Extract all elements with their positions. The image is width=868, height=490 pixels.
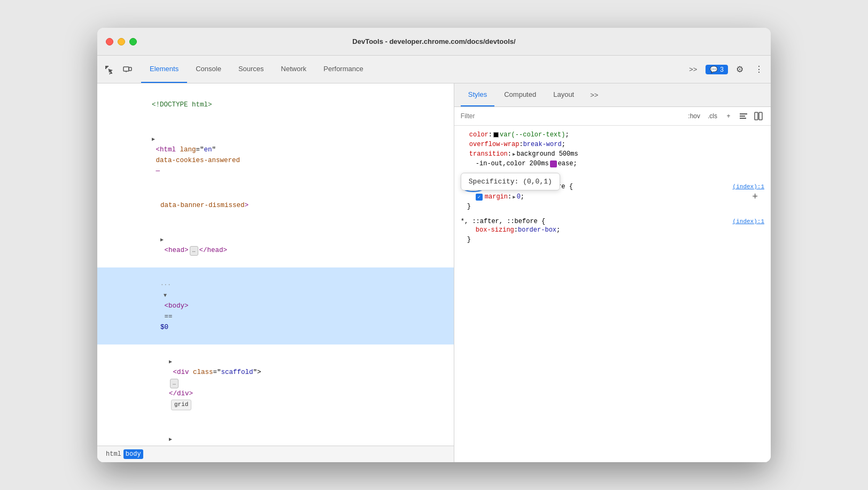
- dom-html-attr[interactable]: data-banner-dismissed>: [97, 188, 454, 223]
- color-swatch[interactable]: [493, 132, 499, 137]
- toolbar-icons: [102, 62, 135, 77]
- specificity-tooltip: Specificity: (0,0,1): [461, 173, 560, 190]
- inspect-element-icon[interactable]: [102, 62, 117, 77]
- titlebar: DevTools - developer.chrome.com/docs/dev…: [97, 28, 771, 56]
- breadcrumb: html body: [97, 446, 454, 462]
- expand-margin-icon[interactable]: ▶: [513, 194, 515, 200]
- filter-buttons: :hov .cls +: [686, 110, 764, 122]
- dom-body[interactable]: ··· ▼ <body> == $0: [97, 267, 454, 344]
- expand-icon[interactable]: ▶: [513, 151, 515, 157]
- tab-computed[interactable]: Computed: [497, 83, 544, 106]
- svg-rect-1: [106, 66, 107, 67]
- svg-point-8: [126, 71, 127, 72]
- tab-network[interactable]: Network: [273, 56, 315, 83]
- svg-rect-2: [105, 67, 106, 68]
- universal-rule-source[interactable]: (index):1: [733, 218, 764, 225]
- svg-rect-12: [755, 112, 758, 120]
- device-toolbar-icon[interactable]: [120, 62, 135, 77]
- svg-rect-11: [740, 118, 746, 119]
- breadcrumb-body[interactable]: body: [123, 449, 143, 459]
- svg-rect-3: [107, 66, 108, 67]
- svg-rect-0: [105, 66, 106, 67]
- dom-head[interactable]: ▶ <head>…</head>: [97, 223, 454, 267]
- triangle-icon: ▶: [152, 136, 155, 142]
- ellipsis-icon: ⋮: [755, 64, 763, 74]
- gear-icon: ⚙: [736, 64, 743, 74]
- tab-performance[interactable]: Performance: [315, 56, 371, 83]
- close-button[interactable]: [106, 38, 113, 45]
- dom-div-scaffold[interactable]: ▶ <div class="scaffold"> … </div> grid: [97, 344, 454, 422]
- universal-rule-close: }: [461, 235, 764, 244]
- add-style-rule-button[interactable]: +: [723, 110, 734, 122]
- css-rule-color: color : var(--color-text) ;: [454, 130, 771, 140]
- box-sizing-rule: box-sizing : border-box ;: [461, 225, 764, 235]
- dom-tree: <!DOCTYPE html> ▶ <html lang="en" data-c…: [97, 83, 454, 446]
- traffic-lights: [106, 38, 137, 45]
- main-tabs: Elements Console Sources Network Perform…: [141, 56, 372, 83]
- transition-ease-icon[interactable]: [550, 160, 557, 167]
- svg-rect-10: [740, 116, 745, 117]
- maximize-button[interactable]: [129, 38, 137, 45]
- toolbar-right: >> 💬 3 ⚙ ⋮: [685, 62, 766, 77]
- styles-panel: Styles Computed Layout >> :hov .cls: [454, 83, 771, 462]
- hov-button[interactable]: :hov: [686, 111, 702, 121]
- minimize-button[interactable]: [118, 38, 125, 45]
- css-rule-transition: transition : ▶ background 500ms: [454, 149, 771, 159]
- svg-rect-6: [123, 67, 129, 71]
- breadcrumb-html[interactable]: html: [104, 449, 123, 459]
- more-tabs-button[interactable]: >>: [685, 63, 701, 75]
- main-toolbar: Elements Console Sources Network Perform…: [97, 56, 771, 83]
- elements-panel: <!DOCTYPE html> ▶ <html lang="en" data-c…: [97, 83, 454, 462]
- body-rule-close: }: [461, 202, 764, 211]
- cls-button[interactable]: .cls: [706, 111, 719, 121]
- dom-announcement[interactable]: ▶ <announcement-banner class="cooki: [97, 422, 454, 446]
- universal-selector: *, ::after, ::before {: [461, 218, 545, 225]
- body-margin-rule: margin : ▶ 0 ; +: [461, 192, 764, 202]
- window-title: DevTools - developer.chrome.com/docs/dev…: [352, 37, 515, 45]
- filter-input[interactable]: [461, 112, 682, 120]
- toggle-style-icon[interactable]: [738, 110, 749, 122]
- more-styles-tabs-button[interactable]: >>: [586, 91, 602, 99]
- tab-elements[interactable]: Elements: [141, 56, 187, 83]
- svg-rect-7: [129, 67, 131, 71]
- more-options-button[interactable]: ⋮: [751, 62, 766, 77]
- devtools-window: DevTools - developer.chrome.com/docs/dev…: [97, 28, 771, 462]
- styles-content: color : var(--color-text) ; overflow-wra…: [454, 126, 771, 462]
- css-rule-transition2: -in-out,color 200ms ease;: [454, 159, 771, 169]
- settings-button[interactable]: ⚙: [732, 62, 747, 77]
- add-property-button[interactable]: +: [752, 192, 758, 202]
- tab-layout[interactable]: Layout: [546, 83, 582, 106]
- devtools-container: Elements Console Sources Network Perform…: [97, 56, 771, 462]
- dom-html-open[interactable]: ▶ <html lang="en" data-cookies-answered …: [97, 122, 454, 188]
- grid-badge: grid: [171, 400, 191, 410]
- triangle-icon: ▶: [160, 237, 164, 243]
- triangle-icon: ▶: [169, 437, 172, 442]
- svg-rect-4: [105, 68, 106, 69]
- specificity-tooltip-container: Specificity: (0,0,1): [454, 171, 771, 175]
- svg-rect-13: [759, 112, 762, 120]
- margin-checkbox[interactable]: [476, 194, 483, 201]
- notification-badge[interactable]: 💬 3: [706, 65, 728, 74]
- computed-sidebar-button[interactable]: [753, 110, 764, 122]
- notification-icon: 💬: [710, 66, 718, 73]
- css-rule-overflow-wrap: overflow-wrap : break-word ;: [454, 140, 771, 149]
- notification-count: 3: [720, 66, 724, 73]
- styles-tabs: Styles Computed Layout >>: [454, 83, 771, 107]
- body-rule-source[interactable]: (index):1: [733, 183, 764, 190]
- svg-rect-5: [106, 67, 107, 68]
- tab-console[interactable]: Console: [187, 56, 230, 83]
- triangle-icon: ▶: [169, 359, 172, 365]
- universal-rule-block: *, ::after, ::before { (index):1 box-siz…: [454, 216, 771, 247]
- dom-doctype[interactable]: <!DOCTYPE html>: [97, 88, 454, 122]
- filter-bar: :hov .cls +: [454, 107, 771, 126]
- main-content: <!DOCTYPE html> ▶ <html lang="en" data-c…: [97, 83, 771, 462]
- triangle-down-icon: ▼: [160, 293, 167, 298]
- svg-rect-9: [740, 113, 747, 114]
- tab-styles[interactable]: Styles: [461, 83, 494, 106]
- tab-sources[interactable]: Sources: [230, 56, 273, 83]
